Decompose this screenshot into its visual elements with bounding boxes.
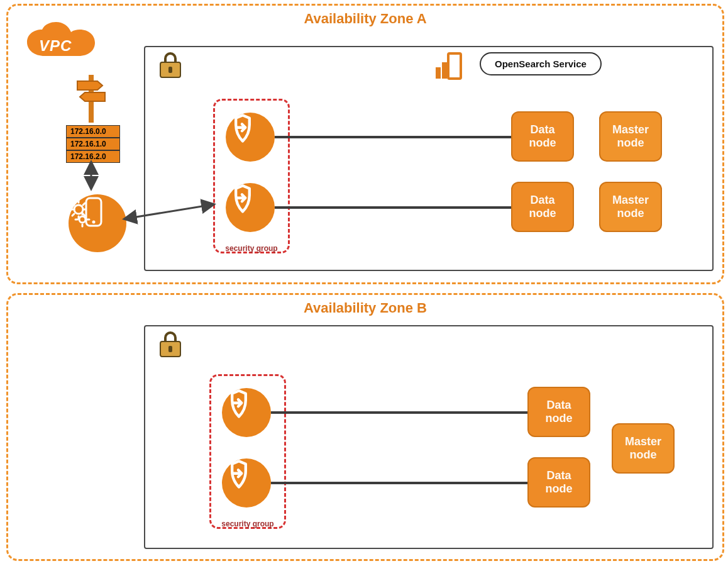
data-node: Data node: [527, 457, 590, 508]
connector-line: [271, 411, 527, 414]
svg-rect-15: [168, 346, 172, 352]
lock-icon: [158, 330, 183, 358]
connector-line: [271, 482, 527, 484]
master-node: Master node: [612, 423, 675, 474]
zone-b-title: Availability Zone B: [8, 300, 722, 316]
eni-icon: [222, 388, 271, 437]
availability-zone-b: Availability Zone B security group: [6, 293, 724, 561]
eni-icon: [222, 458, 271, 508]
data-node: Data node: [527, 387, 590, 437]
security-group-label: security group: [211, 519, 284, 528]
svg-line-13: [124, 204, 214, 219]
